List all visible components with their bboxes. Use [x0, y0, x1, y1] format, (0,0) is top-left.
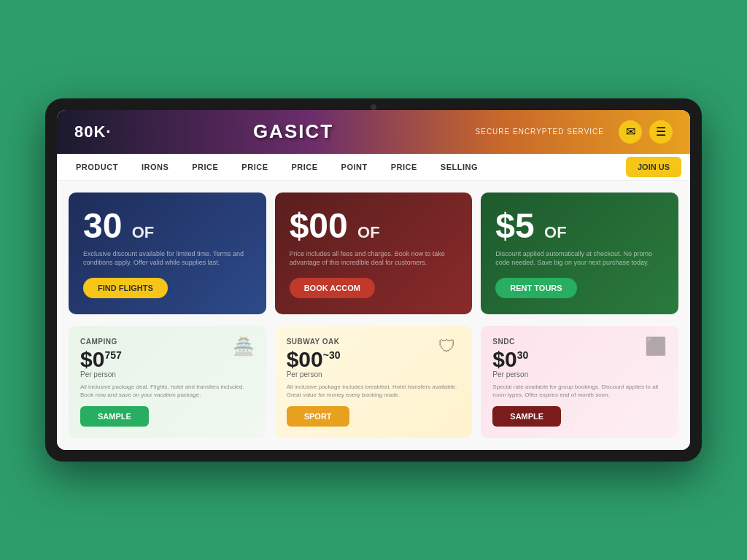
nav-cta-button[interactable]: JOIN US [626, 157, 681, 177]
tablet-screen: 80K· GASICT SECURE ENCRYPTED SERVICE ✉ ☰… [57, 110, 690, 451]
bottom-card-1-desc: All inclusive package deal. Flights, hot… [80, 383, 255, 399]
bottom-card-3-desc: Special rate available for group booking… [492, 383, 667, 399]
top-card-2-button[interactable]: BOOK ACCOM [290, 278, 375, 298]
nav-item-price-1[interactable]: PRICE [182, 154, 228, 180]
header-subtitle: SECURE ENCRYPTED SERVICE [476, 128, 604, 136]
top-card-1-button[interactable]: FIND FLIGHTS [83, 278, 168, 298]
bottom-card-1-price: $0757 [80, 349, 255, 370]
bottom-card-3-sub: Per person [492, 370, 667, 378]
bottom-card-3-icon: ⬛ [645, 336, 668, 359]
bottom-card-3-title: SNDC [492, 338, 667, 346]
top-card-1: 30 OF Exclusive discount available for l… [69, 192, 266, 314]
menu-icon[interactable]: ☰ [649, 120, 673, 144]
tablet-frame: 80K· GASICT SECURE ENCRYPTED SERVICE ✉ ☰… [45, 98, 702, 462]
nav-item-irons[interactable]: IRONS [131, 154, 179, 180]
nav-item-price-3[interactable]: PRICE [281, 154, 328, 180]
bottom-card-1-icon: 🏯 [233, 336, 256, 359]
bottom-card-3: ⬛ SNDC $030 Per person Special rate avai… [481, 326, 678, 438]
bottom-cards-row: 🏯 CAMPING $0757 Per person All inclusive… [69, 326, 678, 438]
bottom-card-2-desc: All inclusive package includes breakfast… [287, 383, 461, 399]
nav-item-point[interactable]: POINT [331, 154, 378, 180]
bottom-card-3-button[interactable]: SAMPLE [492, 406, 561, 427]
camera-dot [371, 104, 376, 110]
top-card-2-offer: $00 OF [290, 209, 458, 244]
bottom-card-1-button[interactable]: SAMPLE [80, 406, 149, 427]
top-card-1-offer: 30 OF [83, 209, 252, 244]
top-card-3-offer: $5 OF [495, 209, 664, 244]
mail-icon[interactable]: ✉ [619, 120, 642, 144]
header-icons: ✉ ☰ [619, 120, 673, 144]
top-card-2: $00 OF Price includes all fees and charg… [275, 192, 473, 314]
bottom-card-2-button[interactable]: SPORT [287, 406, 349, 427]
bottom-card-1-title: CAMPING [80, 338, 255, 346]
bottom-card-2-title: SUBWAY OAK [287, 338, 461, 346]
nav-item-price-4[interactable]: PRICE [381, 154, 427, 180]
bottom-card-2-icon: 🛡 [438, 336, 462, 359]
main-content: 30 OF Exclusive discount available for l… [57, 181, 690, 451]
top-card-3: $5 OF Discount applied automatically at … [481, 192, 678, 314]
header-logo: 80K· [74, 122, 111, 141]
bottom-card-2-price: $00~30 [287, 349, 461, 370]
top-card-3-button[interactable]: RENT TOURS [495, 278, 576, 298]
header: 80K· GASICT SECURE ENCRYPTED SERVICE ✉ ☰ [57, 110, 690, 154]
bottom-card-3-price: $030 [492, 349, 667, 370]
nav-item-price-2[interactable]: PRICE [231, 154, 278, 180]
bottom-card-2: 🛡 SUBWAY OAK $00~30 Per person All inclu… [275, 326, 473, 438]
bottom-card-1-sub: Per person [80, 370, 255, 378]
top-cards-row: 30 OF Exclusive discount available for l… [69, 192, 678, 314]
nav-bar: PRODUCT IRONS PRICE PRICE PRICE POINT PR… [57, 154, 690, 181]
top-card-3-desc: Discount applied automatically at checko… [495, 249, 664, 268]
top-card-1-desc: Exclusive discount available for limited… [83, 249, 252, 268]
top-card-2-desc: Price includes all fees and charges. Boo… [290, 249, 458, 268]
bottom-card-2-sub: Per person [287, 370, 461, 378]
nav-item-product[interactable]: PRODUCT [66, 154, 128, 180]
bottom-card-1: 🏯 CAMPING $0757 Per person All inclusive… [69, 326, 266, 438]
nav-item-selling[interactable]: SELLING [430, 154, 488, 180]
header-title: GASICT [125, 120, 460, 143]
